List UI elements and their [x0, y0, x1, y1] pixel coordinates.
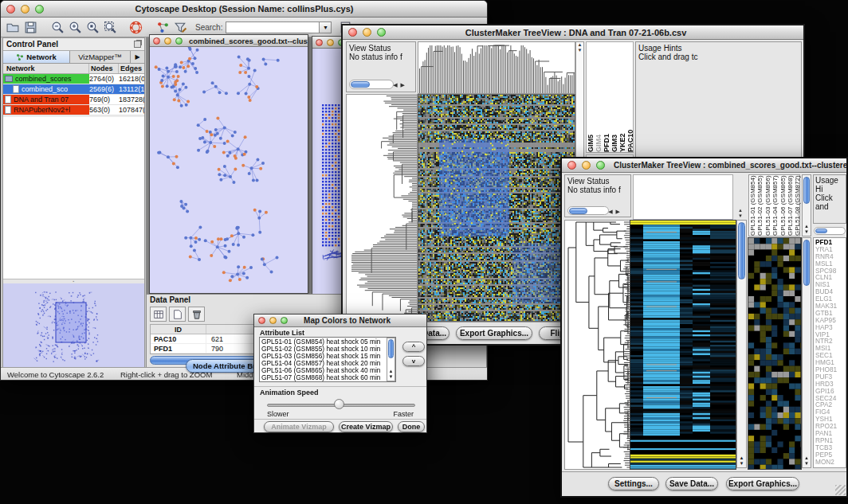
gene-label: MON2: [815, 459, 844, 466]
close-button[interactable]: [567, 161, 576, 170]
tv1-column-dendrogram-canvas[interactable]: [418, 41, 575, 94]
tv2-heatmap-vscrollbar[interactable]: ▲▼: [736, 220, 747, 468]
tv2-status-hscrollbar[interactable]: ◀ ▶: [567, 206, 609, 215]
usage-hints-text: Click and: [815, 193, 844, 211]
network-type-icon: [5, 96, 11, 104]
delete-attribute-icon[interactable]: [188, 307, 205, 322]
network-view-window-1: combined_scores_good.txt--cluste...: [149, 34, 308, 294]
network1-title: combined_scores_good.txt--cluste...: [186, 37, 308, 45]
tv2-usage-hscrollbar[interactable]: [814, 227, 846, 235]
move-up-button[interactable]: ^: [402, 342, 425, 352]
tv2-column-dendrogram-area: [633, 174, 733, 220]
export-graphics-button[interactable]: Export Graphics...: [726, 477, 799, 490]
minimize-button[interactable]: [582, 161, 591, 170]
close-button[interactable]: [348, 28, 357, 37]
view-status-title: View Status: [567, 177, 628, 186]
tv1-row-dendrogram-canvas[interactable]: [346, 94, 418, 322]
main-window-title: Cytoscape Desktop (Session Name: collins…: [49, 4, 439, 14]
tv2-zoom-heatmap-canvas[interactable]: [748, 237, 802, 470]
close-button[interactable]: [153, 37, 160, 45]
view-status-text: No status info f: [349, 53, 413, 61]
open-file-icon[interactable]: [4, 19, 22, 36]
treeview2-title: ClusterMaker TreeView : combined_scores_…: [610, 161, 846, 170]
zoom-button[interactable]: [175, 37, 183, 45]
treeview1-titlebar[interactable]: ClusterMaker TreeView : DNA and Tran 07-…: [343, 25, 803, 40]
birdseye-overview-canvas[interactable]: [3, 283, 144, 368]
column-label: GPL51-04 (GSM857): [771, 175, 779, 236]
zoom-selected-icon[interactable]: [84, 19, 101, 36]
column-label: PAC10: [626, 42, 634, 152]
network-edges: 107847(0): [119, 105, 144, 115]
search-label: Search:: [195, 23, 222, 32]
tab-vizmapper[interactable]: VizMapper™: [70, 51, 131, 63]
select-attributes-icon[interactable]: [150, 307, 167, 322]
tv2-gene-list: PFD1YRA1RNR4MSL1SPC98CLN1NIS1BUD4ELG1MAK…: [813, 237, 846, 468]
tab-overflow-arrow[interactable]: ▶: [131, 51, 144, 63]
close-button[interactable]: [316, 39, 323, 46]
tv2-gene-vscrollbar[interactable]: ▲▼: [802, 237, 811, 468]
filter-icon[interactable]: [171, 19, 189, 36]
minimize-button[interactable]: [327, 39, 334, 46]
main-titlebar[interactable]: Cytoscape Desktop (Session Name: collins…: [1, 1, 487, 18]
zoom-fit-icon[interactable]: [101, 19, 119, 36]
help-lifering-icon[interactable]: [127, 19, 144, 36]
network-list-row[interactable]: RNAPuberNov2+l 563(0) 107847(0): [3, 105, 144, 115]
status-welcome: Welcome to Cytoscape 2.6.2: [7, 370, 104, 379]
zoom-in-icon[interactable]: [66, 19, 84, 36]
zoom-button[interactable]: [35, 5, 44, 14]
export-graphics-button[interactable]: Export Graphics...: [456, 326, 532, 340]
search-dropdown-arrow[interactable]: ▼: [320, 21, 332, 33]
search-input[interactable]: [226, 21, 320, 33]
close-button[interactable]: [258, 317, 265, 324]
float-panel-icon[interactable]: [134, 41, 141, 48]
animate-vizmap-button[interactable]: Animate Vizmap: [264, 421, 334, 432]
new-attribute-icon[interactable]: [169, 307, 186, 322]
network-view-canvas[interactable]: [150, 47, 308, 293]
close-button[interactable]: [6, 5, 15, 14]
attribute-listbox[interactable]: GPL51-01 (GSM854) heat shock 05 minGPL51…: [259, 337, 396, 382]
tv1-status-hscrollbar[interactable]: ◀ ▶: [349, 80, 394, 89]
view-status-text: No status info f: [567, 186, 628, 194]
column-label: GPL51-03 (GSM856): [764, 175, 771, 236]
zoom-button[interactable]: [596, 161, 605, 170]
network-name: DNA and Tran 07: [14, 95, 69, 104]
network1-titlebar[interactable]: combined_scores_good.txt--cluste...: [150, 35, 308, 47]
animation-speed-label: Animation Speed: [260, 389, 319, 397]
tv1-heatmap-canvas[interactable]: [418, 94, 575, 322]
minimize-button[interactable]: [164, 37, 171, 45]
column-label: GIM3: [610, 42, 618, 152]
window-controls: [1, 5, 49, 14]
col-nodes: Nodes: [89, 64, 119, 73]
save-data-button[interactable]: Save Data...: [665, 477, 718, 490]
tv2-mini-scroll-arrows[interactable]: ▲▼: [735, 208, 746, 220]
treeview2-titlebar[interactable]: ClusterMaker TreeView : combined_scores_…: [562, 158, 846, 173]
minimize-button[interactable]: [21, 5, 29, 14]
move-down-button[interactable]: v: [402, 356, 425, 366]
attribute-list-vscrollbar[interactable]: ▲▼: [387, 338, 395, 381]
minimize-button[interactable]: [269, 317, 277, 324]
view-status-title: View Status: [349, 44, 413, 53]
minimize-button[interactable]: [363, 28, 371, 37]
resize-grip[interactable]: [835, 485, 846, 495]
network-list-row[interactable]: combined_sco 2569(6) 13112(15): [3, 84, 144, 95]
zoom-button[interactable]: [281, 317, 288, 324]
tv2-heatmap-canvas[interactable]: [630, 220, 736, 470]
tab-network[interactable]: Network: [3, 51, 70, 63]
vizmapper-icon[interactable]: [154, 19, 171, 36]
zoom-out-icon[interactable]: [49, 19, 66, 36]
save-icon[interactable]: [22, 19, 39, 36]
settings-button[interactable]: Settings...: [608, 477, 659, 490]
done-button[interactable]: Done: [398, 421, 425, 432]
tv1-view-status-panel: View Status No status info f ◀ ▶: [346, 41, 416, 92]
tv2-labels-vscrollbar[interactable]: ▲▼: [802, 174, 811, 236]
tv2-row-dendrogram-canvas[interactable]: [564, 220, 631, 470]
network-list-row[interactable]: DNA and Tran 07 769(0) 183728(0): [3, 95, 144, 105]
network-list-row[interactable]: combined_scores 2764(0) 16218(0): [3, 74, 144, 84]
dialog-titlebar[interactable]: Map Colors to Network: [254, 315, 426, 327]
attribute-list-item[interactable]: GPL51-07 (GSM868) heat shock 60 min: [261, 374, 394, 381]
attribute-list-label: Attribute List: [260, 329, 304, 337]
animation-speed-slider-thumb[interactable]: [334, 399, 344, 409]
network-tab-icon: [16, 53, 24, 61]
zoom-button[interactable]: [377, 28, 386, 37]
create-vizmap-button[interactable]: Create Vizmap: [339, 421, 393, 432]
